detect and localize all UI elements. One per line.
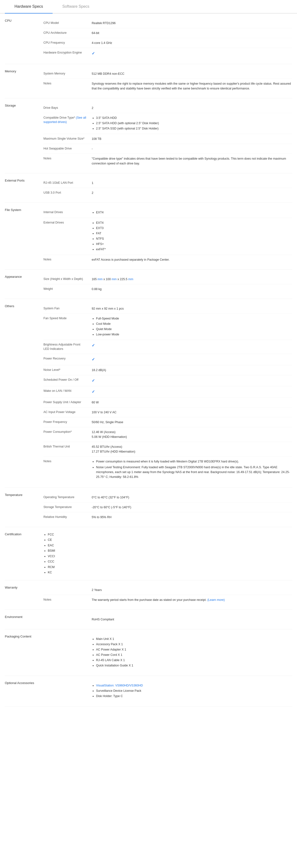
row-value-9-1: The warranty period starts from the purc… — [92, 597, 292, 602]
row-key-6-4: Noise Level* — [43, 368, 92, 373]
compatible-drives-link[interactable]: (See all supported drives) — [43, 116, 86, 124]
row-key-3-0: RJ-45 1GbE LAN Port — [43, 181, 92, 185]
tab-software-specs[interactable]: Software Specs — [53, 0, 99, 13]
section-label-7: Temperature — [5, 493, 43, 522]
row-value-4-0: EXT4 — [92, 210, 292, 215]
list-item: 3.5" SATA HDD — [96, 116, 292, 120]
table-row: Maximum Single Volume Size*108 TB — [43, 134, 292, 144]
main-content: CPUCPU ModelRealtek RTD1296CPU Architect… — [0, 13, 297, 707]
row-value-11-0: Main Unit X 1Accessory Pack X 1AC Power … — [92, 637, 292, 669]
list-item: Cool Mode — [96, 321, 292, 326]
row-key-5-0: Size (Height x Width x Depth) — [43, 277, 92, 282]
list-item: CE — [48, 537, 55, 543]
row-key-6-3: Power Recovery — [43, 356, 92, 363]
row-value-6-6: ✓ — [92, 389, 292, 395]
row-key-6-12: Notes — [43, 459, 92, 480]
section-rows-6: System Fan92 mm x 92 mm x 1 pcsFan Speed… — [43, 304, 292, 483]
row-key-1-0: System Memory — [43, 71, 92, 76]
table-row: NotesPower consumption is measured when … — [43, 457, 292, 483]
row-value-1-0: 512 MB DDR4 non-ECC — [92, 71, 292, 76]
row-key-0-3: Hardware Encryption Engine — [43, 51, 92, 57]
section-rows-10: RoHS Compliant — [43, 615, 292, 624]
accessory-link[interactable]: VisualStation: VS960HD/VS360HD — [96, 684, 143, 687]
section-rows-9: 2 YearsNotesThe warranty period starts f… — [43, 585, 292, 605]
row-key-4-1: External Drives — [43, 220, 92, 252]
row-value-6-1: Full-Speed ModeCool ModeQuiet ModeLow-po… — [92, 316, 292, 337]
table-row: NotesSynology reserves the right to repl… — [43, 79, 292, 93]
table-row: Main Unit X 1Accessory Pack X 1AC Power … — [43, 634, 292, 671]
row-key-0-1: CPU Architecture — [43, 31, 92, 35]
row-value-6-12: Power consumption is measured when it is… — [92, 459, 292, 480]
row-key-12-0 — [43, 683, 92, 699]
list-item: VCCI — [48, 554, 55, 559]
list-item: AC Power Adapter X 1 — [96, 647, 292, 652]
tab-hardware-specs[interactable]: Hardware Specs — [5, 0, 53, 13]
table-row: CPU Architecture64-bit — [43, 28, 292, 38]
row-value-2-0: 2 — [92, 105, 292, 111]
row-key-6-6: Wake on LAN / WAN — [43, 389, 92, 395]
row-key-4-0: Internal Drives — [43, 210, 92, 215]
table-row: System Memory512 MB DDR4 non-ECC — [43, 69, 292, 79]
section-label-8: Certification — [5, 532, 43, 575]
row-key-2-1: Compatible Drive Type* (See all supporte… — [43, 116, 92, 131]
section-storage: StorageDrive Bays2Compatible Drive Type*… — [5, 98, 292, 173]
list-item: Power consumption is measured when it is… — [96, 459, 292, 464]
table-row: AC Input Power Voltage100 V to 240 V AC — [43, 407, 292, 417]
list-item: EXT4 — [96, 220, 292, 225]
list-item: AC Power Cord X 1 — [96, 652, 292, 657]
section-rows-1: System Memory512 MB DDR4 non-ECCNotesSyn… — [43, 69, 292, 93]
table-row: Fan Speed ModeFull-Speed ModeCool ModeQu… — [43, 314, 292, 340]
section-label-11: Packaging Content — [5, 634, 43, 671]
section-label-6: Others — [5, 304, 43, 483]
row-key-5-1: Weight — [43, 287, 92, 291]
list-item: FAT — [96, 231, 292, 236]
row-value-6-9: 50/60 Hz, Single Phase — [92, 420, 292, 425]
section-file-system: File SystemInternal DrivesEXT4External D… — [5, 203, 292, 270]
row-value-2-4: "Compatible drive type" indicates drives… — [92, 156, 292, 166]
section-packaging-content: Packaging ContentMain Unit X 1Accessory … — [5, 629, 292, 676]
learn-more-link[interactable]: (Learn more) — [207, 598, 225, 601]
table-row: Hot Swappable Drive- — [43, 144, 292, 154]
section-label-1: Memory — [5, 69, 43, 93]
list-item: Disk Holder: Type C — [96, 694, 292, 699]
table-row: CPU Frequency4-core 1.4 GHz — [43, 38, 292, 48]
row-value-0-3: ✓ — [92, 51, 292, 57]
row-key-9-1: Notes — [43, 597, 92, 602]
list-item: CCC — [48, 559, 55, 564]
section-label-3: External Ports — [5, 178, 43, 198]
list-item: Quiet Mode — [96, 327, 292, 332]
row-value-6-4: 18.2 dB(A) — [92, 368, 292, 373]
row-value-3-1: 2 — [92, 190, 292, 195]
row-key-0-2: CPU Frequency — [43, 40, 92, 45]
section-rows-2: Drive Bays2Compatible Drive Type* (See a… — [43, 103, 292, 168]
table-row: Noise Level*18.2 dB(A) — [43, 365, 292, 375]
list-item: Full-Speed Mode — [96, 316, 292, 321]
table-row: Hardware Encryption Engine✓ — [43, 48, 292, 59]
page-container: Hardware Specs Software Specs CPUCPU Mod… — [0, 0, 297, 707]
section-others: OthersSystem Fan92 mm x 92 mm x 1 pcsFan… — [5, 299, 292, 488]
section-rows-3: RJ-45 1GbE LAN Port1USB 3.0 Port2 — [43, 178, 292, 198]
row-key-0-0: CPU Model — [43, 21, 92, 26]
section-external-ports: External PortsRJ-45 1GbE LAN Port1USB 3.… — [5, 173, 292, 203]
row-value-10-0: RoHS Compliant — [92, 617, 292, 622]
row-value-5-1: 0.88 kg — [92, 287, 292, 291]
section-cpu: CPUCPU ModelRealtek RTD1296CPU Architect… — [5, 13, 292, 64]
list-item: RCM — [48, 564, 55, 570]
row-value-2-3: - — [92, 146, 292, 151]
row-key-9-0 — [43, 588, 92, 592]
table-row: Power Supply Unit / Adapter60 W — [43, 398, 292, 407]
table-row: Internal DrivesEXT4 — [43, 208, 292, 218]
row-value-4-2: exFAT Access is purchased separately in … — [92, 257, 292, 262]
tab-software-specs-label: Software Specs — [62, 4, 89, 8]
row-value-3-0: 1 — [92, 181, 292, 185]
section-label-5: Appearance — [5, 274, 43, 294]
row-value-0-2: 4-core 1.4 GHz — [92, 40, 292, 45]
list-item: RJ-45 LAN Cable X 1 — [96, 658, 292, 662]
list-item: NTFS — [96, 236, 292, 241]
list-item: HFS+ — [96, 242, 292, 246]
row-value-6-5: ✓ — [92, 378, 292, 384]
section-label-4: File System — [5, 208, 43, 265]
section-certification: CertificationFCCCEEACBSMIVCCICCCRCMKC — [5, 527, 292, 580]
table-row: Storage Temperature-20°C to 60°C (-5°F t… — [43, 502, 292, 513]
table-row: Operating Temperature0°C to 40°C (32°F t… — [43, 493, 292, 502]
